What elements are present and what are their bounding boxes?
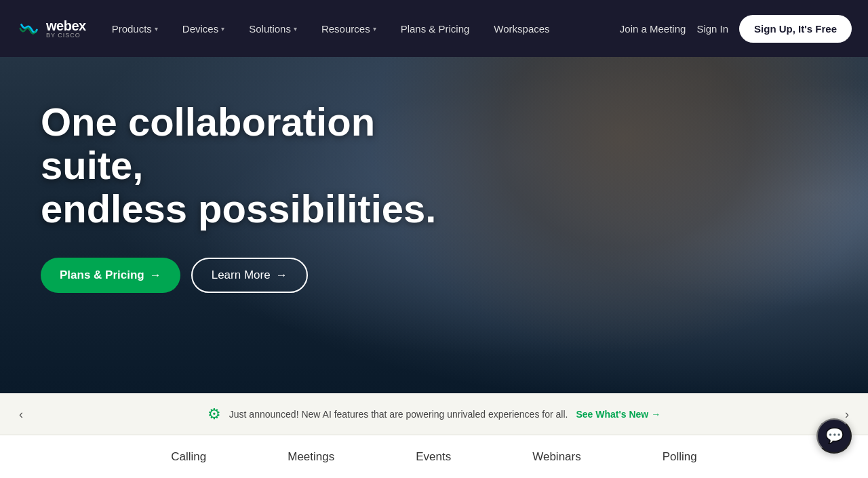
hero-content: One collaboration suite, endless possibi… xyxy=(0,100,475,292)
chevron-down-icon: ▾ xyxy=(373,25,376,33)
hero-section: One collaboration suite, endless possibi… xyxy=(0,0,868,393)
tab-webinars[interactable]: Webinars xyxy=(532,443,581,471)
bottom-tabs: Calling Meetings Events Webinars Polling xyxy=(0,435,868,478)
tab-polling[interactable]: Polling xyxy=(663,443,697,471)
signup-button[interactable]: Sign Up, It's Free xyxy=(739,15,852,43)
arrow-right-icon: → xyxy=(651,409,660,420)
announcement-banner: ‹ ⚙ Just announced! New AI features that… xyxy=(0,393,868,435)
join-meeting-link[interactable]: Join a Meeting xyxy=(620,23,686,35)
plans-pricing-button[interactable]: Plans & Pricing → xyxy=(41,258,180,293)
chat-bubble-button[interactable]: 💬 xyxy=(816,418,852,454)
ai-icon: ⚙ xyxy=(208,405,221,423)
nav-item-plans[interactable]: Plans & Pricing xyxy=(389,0,482,57)
arrow-right-icon: → xyxy=(150,268,161,282)
tab-calling[interactable]: Calling xyxy=(171,443,206,471)
nav-right: Join a Meeting Sign In Sign Up, It's Fre… xyxy=(620,15,852,43)
tab-events[interactable]: Events xyxy=(416,443,451,471)
nav-item-resources[interactable]: Resources ▾ xyxy=(309,0,389,57)
navbar: webex by Cisco Products ▾ Devices ▾ Solu… xyxy=(0,0,868,57)
learn-more-button[interactable]: Learn More → xyxy=(191,258,308,293)
chevron-down-icon: ▾ xyxy=(221,25,224,33)
tab-meetings[interactable]: Meetings xyxy=(288,443,334,471)
chat-icon: 💬 xyxy=(825,427,844,445)
banner-prev-button[interactable]: ‹ xyxy=(14,401,28,426)
nav-item-devices[interactable]: Devices ▾ xyxy=(170,0,237,57)
nav-item-workspaces[interactable]: Workspaces xyxy=(481,0,561,57)
banner-text: Just announced! New AI features that are… xyxy=(229,409,568,420)
chevron-down-icon: ▾ xyxy=(155,25,158,33)
logo[interactable]: webex by Cisco xyxy=(16,16,86,41)
see-whats-new-link[interactable]: See What's New → xyxy=(576,409,660,420)
chevron-down-icon: ▾ xyxy=(294,25,297,33)
logo-sub: by Cisco xyxy=(46,33,86,39)
logo-brand: webex xyxy=(46,19,86,33)
arrow-right-icon: → xyxy=(276,268,288,282)
webex-logo-icon xyxy=(16,16,42,41)
nav-item-products[interactable]: Products ▾ xyxy=(100,0,170,57)
hero-buttons: Plans & Pricing → Learn More → xyxy=(41,258,475,293)
sign-in-link[interactable]: Sign In xyxy=(696,23,728,35)
nav-links: Products ▾ Devices ▾ Solutions ▾ Resourc… xyxy=(100,0,620,57)
nav-item-solutions[interactable]: Solutions ▾ xyxy=(237,0,309,57)
hero-title: One collaboration suite, endless possibi… xyxy=(41,100,475,230)
